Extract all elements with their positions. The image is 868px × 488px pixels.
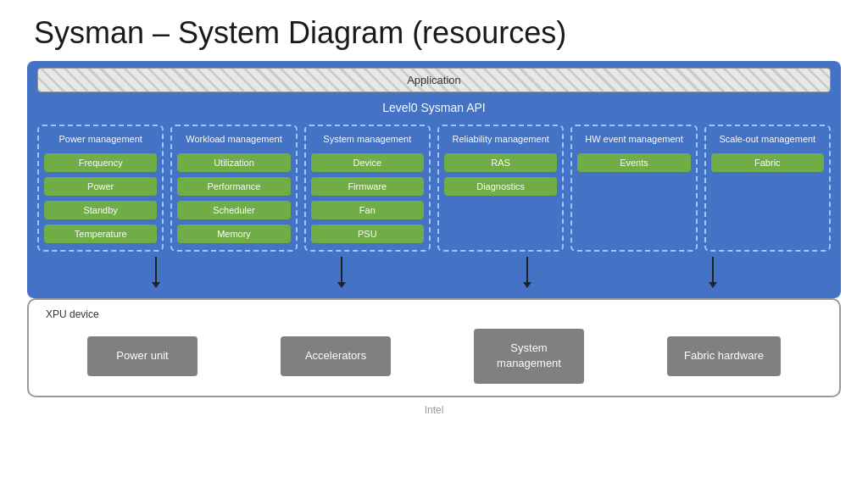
module-reliability-management: Reliability management RAS Diagnostics	[437, 125, 564, 252]
arrow-1	[152, 257, 160, 288]
chip-performance: Performance	[177, 177, 290, 196]
xpu-container: XPU device Power unit Accelerators Syste…	[27, 298, 841, 396]
modules-row: Power management Frequency Power Standby…	[37, 125, 831, 252]
chip-events: Events	[577, 153, 690, 172]
chip-fabric: Fabric	[711, 153, 824, 172]
chip-frequency: Frequency	[44, 153, 157, 172]
module-workload-management: Workload management Utilization Performa…	[170, 125, 297, 252]
chip-power: Power	[44, 177, 157, 196]
chip-standby: Standby	[44, 201, 157, 219]
module-title-hw-event: HW event management	[585, 133, 683, 145]
module-title-workload: Workload management	[186, 133, 282, 145]
chip-diagnostics: Diagnostics	[444, 177, 557, 196]
chip-psu: PSU	[311, 225, 424, 243]
app-bar: Application	[37, 68, 831, 92]
page-title: Sysman – System Diagram (resources)	[34, 15, 566, 51]
hw-power-unit: Power unit	[87, 336, 198, 375]
xpu-label: XPU device	[46, 308, 822, 320]
hw-accelerators: Accelerators	[281, 336, 391, 375]
chip-scheduler: Scheduler	[177, 201, 290, 219]
footer-label: Intel	[425, 404, 444, 416]
module-system-management: System management Device Firmware Fan PS…	[304, 125, 431, 252]
module-title-power: Power management	[58, 133, 142, 145]
arrow-4	[709, 257, 717, 288]
chip-fan: Fan	[311, 201, 424, 219]
main-diagram: Application Level0 Sysman API Power mana…	[27, 61, 841, 298]
chip-memory: Memory	[177, 225, 290, 243]
module-title-system: System management	[323, 133, 411, 145]
hw-fabric-hardware: Fabric hardware	[667, 336, 781, 375]
chip-temperature: Temperature	[44, 225, 157, 243]
module-hw-event-management: HW event management Events	[570, 125, 697, 252]
api-bar: Level0 Sysman API	[37, 97, 831, 118]
hw-system-management: System management	[474, 329, 584, 383]
hw-row: Power unit Accelerators System managemen…	[46, 329, 822, 383]
chip-device: Device	[311, 153, 424, 172]
chip-ras: RAS	[444, 153, 557, 172]
chip-utilization: Utilization	[177, 153, 290, 172]
arrow-2	[337, 257, 346, 288]
module-title-scale-out: Scale-out management	[719, 133, 815, 145]
module-power-management: Power management Frequency Power Standby…	[37, 125, 164, 252]
chip-firmware: Firmware	[311, 177, 424, 196]
module-title-reliability: Reliability management	[452, 133, 548, 145]
module-scale-out-management: Scale-out management Fabric	[704, 125, 831, 252]
arrow-3	[523, 257, 531, 288]
